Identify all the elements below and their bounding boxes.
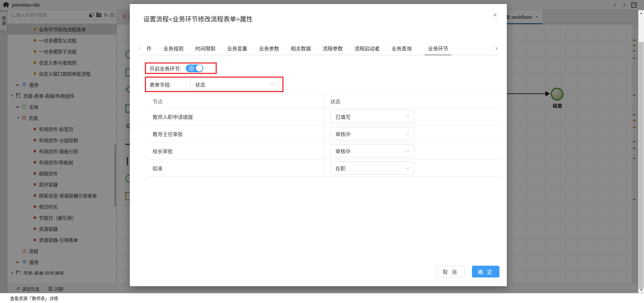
table-row: 校长审批审核中 — [147, 142, 499, 160]
chevron-down-icon — [406, 148, 410, 152]
node-status-table: 节点 状态 教师入职申请填报已填写教导主任审批审核中校长审批审核中结束在职 — [147, 94, 499, 177]
tabs-scroll-left-icon[interactable]: ‹ — [139, 45, 141, 52]
window-scrollbar[interactable]: ▲ ▼ — [638, 10, 644, 293]
cell-node: 结束 — [147, 160, 324, 176]
cell-status: 审核中 — [324, 144, 499, 158]
cell-status: 已填写 — [324, 110, 499, 123]
status-select-value: 已填写 — [335, 113, 351, 120]
dialog-tab-业务参数[interactable]: 业务参数 — [258, 42, 280, 55]
cancel-button[interactable]: 取 消 — [436, 266, 465, 277]
dialog-tab-业务查询[interactable]: 业务查询 — [391, 42, 412, 55]
enable-business-stage-label: 开启业务环节: — [150, 65, 181, 72]
annotation-box-field: 表单字段: 状态 — [145, 77, 283, 92]
dialog-footer: 取 消 确 定 — [436, 266, 499, 277]
tabs-scroll-right-icon[interactable]: › — [495, 45, 497, 52]
status-bar: 查看资源「教师表」详情 — [0, 293, 644, 303]
scrollbar-thumb[interactable] — [639, 42, 644, 289]
status-select-value: 在职 — [335, 165, 345, 172]
chevron-down-icon — [406, 165, 410, 169]
scroll-down-icon[interactable]: ▼ — [638, 288, 644, 292]
table-row: 教师入职申请填报已填写 — [147, 108, 499, 125]
table-header-row: 节点 状态 — [147, 94, 499, 108]
dialog-tab-流程启动者[interactable]: 流程启动者 — [354, 42, 380, 55]
status-select[interactable]: 审核中 — [330, 144, 414, 158]
status-text: 查看资源「教师表」详情 — [10, 295, 58, 301]
status-select[interactable]: 在职 — [330, 161, 414, 175]
cell-node: 教师入职申请填报 — [147, 108, 324, 125]
table-row: 结束在职 — [147, 160, 499, 177]
dialog-tab-业务变量[interactable]: 业务变量 — [226, 42, 248, 55]
status-select[interactable]: 审核中 — [330, 127, 414, 140]
dialog-tab-件[interactable]: 件 — [146, 42, 152, 55]
status-select-value: 审核中 — [335, 147, 351, 155]
form-field-label: 表单字段: — [150, 81, 181, 88]
scroll-up-icon[interactable]: ▲ — [638, 11, 644, 15]
chevron-down-icon — [406, 131, 410, 135]
status-select-value: 审核中 — [335, 130, 351, 137]
enable-business-stage-toggle[interactable] — [186, 64, 203, 72]
col-header-node: 节点 — [147, 94, 324, 108]
chevron-down-icon — [406, 114, 410, 118]
form-field-select[interactable]: 状态 — [190, 79, 279, 90]
dialog-tab-业务环节[interactable]: 业务环节 — [427, 42, 449, 55]
cell-node: 教导主任审批 — [147, 125, 324, 142]
dialog-tab-时间限制[interactable]: 时间限制 — [195, 42, 216, 55]
col-header-status: 状态 — [324, 98, 499, 105]
dialog-tab-流程参数[interactable]: 流程参数 — [322, 42, 343, 55]
cell-node: 校长审批 — [147, 142, 324, 159]
chevron-down-icon — [270, 81, 274, 86]
annotation-box-toggle: 开启业务环节: — [145, 62, 217, 74]
dialog-close-icon[interactable]: × — [491, 11, 499, 19]
dialog-tab-相关数据[interactable]: 相关数据 — [290, 42, 312, 55]
status-select[interactable]: 已填写 — [330, 110, 414, 123]
process-properties-dialog: 设置流程<业务环节修改流程表单>属性 × ‹ 件业务规则时间限制业务变量业务参数… — [130, 4, 507, 286]
cell-status: 审核中 — [324, 127, 499, 140]
form-field-value: 状态 — [195, 81, 205, 88]
cell-status: 在职 — [324, 161, 499, 175]
table-row: 教导主任审批审核中 — [147, 125, 499, 142]
dialog-tab-bar: ‹ 件业务规则时间限制业务变量业务参数相关数据流程参数流程启动者业务查询业务环节… — [139, 42, 497, 55]
dialog-tab-业务规则[interactable]: 业务规则 — [163, 42, 184, 55]
ok-button[interactable]: 确 定 — [472, 266, 499, 277]
dialog-title: 设置流程<业务环节修改流程表单>属性 — [143, 14, 253, 23]
